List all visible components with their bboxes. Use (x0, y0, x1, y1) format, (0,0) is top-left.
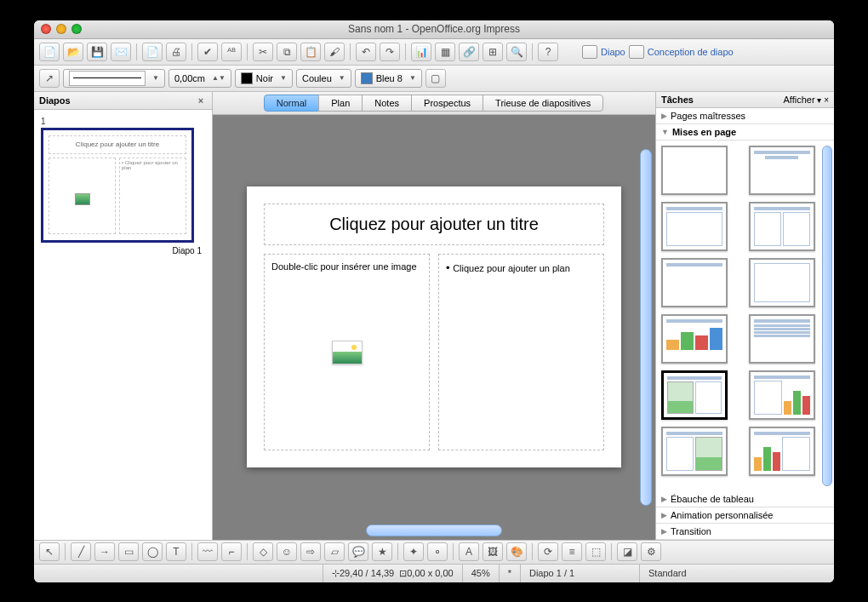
arrow-button[interactable]: ↗ (39, 69, 60, 88)
select-tool[interactable]: ↖ (39, 542, 60, 561)
conception-button[interactable]: Conception de diapo (629, 45, 734, 59)
layout-text-image[interactable] (661, 427, 728, 476)
chevron-right-icon: ▶ (661, 511, 667, 519)
stars-tool[interactable]: ★ (372, 542, 392, 561)
chart-button[interactable]: 📊 (411, 43, 431, 61)
arrow-tool[interactable]: → (94, 542, 115, 561)
slide-canvas[interactable]: Cliquez pour ajouter un titre Double-cli… (213, 115, 655, 540)
undo-button[interactable]: ↶ (356, 43, 376, 61)
basic-shapes-tool[interactable]: ◇ (253, 542, 273, 561)
connector-tool[interactable]: ⌐ (221, 542, 242, 561)
shadow-button[interactable]: ▢ (425, 69, 446, 88)
layout-title-content[interactable] (661, 202, 728, 251)
table-button[interactable]: ▦ (435, 43, 455, 61)
layout-text-chart[interactable] (749, 370, 815, 420)
tab-trieuse[interactable]: Trieuse de diapositives (483, 95, 603, 112)
print-button[interactable]: 🖨 (166, 43, 186, 61)
layout-two-content[interactable] (749, 202, 815, 251)
slides-panel-title: Diapos (39, 95, 71, 106)
layout-image-text[interactable] (661, 370, 728, 420)
view-tabs: Normal Plan Notes Prospectus Trieuse de … (213, 92, 655, 115)
fill-type-combo[interactable]: Couleu▼ (296, 69, 351, 88)
section-ebauche[interactable]: ▶Ébauche de tableau (656, 491, 834, 507)
gallery-tool[interactable]: 🎨 (506, 542, 527, 561)
thumb-outline-box: • Cliquez pour ajouter un plan (119, 158, 186, 234)
thumb-image-box (49, 158, 116, 234)
ellipse-tool[interactable]: ◯ (142, 542, 163, 561)
diapo-button[interactable]: Diapo (582, 45, 625, 59)
save-button[interactable]: 💾 (87, 43, 107, 61)
slide-thumbnail-1[interactable]: Cliquez pour ajouter un titre • Cliquez … (41, 128, 194, 243)
from-file-tool[interactable]: 🖼 (483, 542, 503, 561)
symbol-shapes-tool[interactable]: ☺ (277, 542, 297, 561)
line-tool[interactable]: ╱ (71, 542, 91, 561)
line-style-combo[interactable]: ▼ (63, 69, 165, 88)
tab-normal[interactable]: Normal (264, 95, 319, 112)
layout-chart-text[interactable] (749, 427, 815, 476)
section-mises-en-page[interactable]: ▼Mises en page (656, 124, 834, 140)
horizontal-scrollbar[interactable] (366, 525, 502, 536)
minimize-button[interactable] (56, 24, 66, 34)
rect-tool[interactable]: ▭ (118, 542, 139, 561)
layout-title-only[interactable] (661, 258, 728, 307)
vertical-scrollbar[interactable] (640, 149, 652, 506)
curve-tool[interactable]: 〰 (197, 542, 218, 561)
open-button[interactable]: 📂 (63, 43, 83, 61)
zoom-button[interactable]: 🔍 (506, 43, 527, 61)
close-button[interactable] (41, 24, 51, 34)
slide[interactable]: Cliquez pour ajouter un titre Double-cli… (247, 186, 621, 467)
copy-button[interactable]: ⧉ (277, 43, 297, 61)
spellcheck-button[interactable]: ✔ (197, 43, 218, 61)
layout-chart[interactable] (661, 314, 728, 364)
tab-plan[interactable]: Plan (318, 95, 363, 112)
layout-title[interactable] (749, 146, 815, 195)
layouts-scrollbar[interactable] (822, 146, 832, 486)
title-placeholder[interactable]: Cliquez pour ajouter un titre (264, 204, 604, 245)
status-coords: ⊹ 29,40 / 14,39 ⊡ 0,00 x 0,00 (323, 565, 463, 582)
extrusion-tool[interactable]: ◪ (617, 542, 637, 561)
align-tool[interactable]: ≡ (562, 542, 582, 561)
redo-button[interactable]: ↷ (380, 43, 400, 61)
cut-button[interactable]: ✂ (253, 43, 273, 61)
fill-color-combo[interactable]: Bleu 8▼ (355, 69, 422, 88)
status-zoom[interactable]: 45% (463, 565, 500, 582)
navigator-button[interactable]: ⊞ (483, 43, 503, 61)
layout-blank[interactable] (661, 146, 728, 195)
hyperlink-button[interactable]: 🔗 (459, 43, 479, 61)
interaction-tool[interactable]: ⚙ (641, 542, 661, 561)
layout-content-only[interactable] (749, 258, 815, 307)
autospell-button[interactable]: ᴬᴮ (221, 43, 242, 61)
maximize-button[interactable] (71, 24, 82, 34)
arrange-tool[interactable]: ⬚ (585, 542, 606, 561)
section-pages-maitresses[interactable]: ▶Pages maîtresses (656, 108, 834, 124)
paste-button[interactable]: 📋 (300, 43, 321, 61)
fontwork-tool[interactable]: A (459, 542, 479, 561)
close-panel-icon[interactable]: × (195, 95, 207, 106)
outline-placeholder[interactable]: • Cliquez pour ajouter un plan (438, 254, 604, 450)
section-animation[interactable]: ▶Animation personnalisée (656, 507, 834, 524)
points-tool[interactable]: ✦ (403, 542, 424, 561)
blue-swatch (361, 72, 373, 84)
tab-prospectus[interactable]: Prospectus (411, 95, 483, 112)
section-transition[interactable]: ▶Transition (656, 524, 834, 540)
help-button[interactable]: ? (538, 43, 558, 61)
layout-table[interactable] (749, 314, 815, 364)
slides-panel: Diapos × 1 Cliquez pour ajouter un titre… (34, 92, 213, 540)
new-doc-button[interactable]: 📄 (39, 43, 60, 61)
line-color-combo[interactable]: Noir▼ (235, 69, 293, 88)
line-width-input[interactable]: 0,00cm▲▼ (168, 69, 231, 88)
tab-notes[interactable]: Notes (362, 95, 412, 112)
format-paint-button[interactable]: 🖌 (324, 43, 345, 61)
glue-tool[interactable]: ⚬ (427, 542, 448, 561)
image-placeholder[interactable]: Double-clic pour insérer une image (264, 254, 430, 450)
flowchart-tool[interactable]: ▱ (324, 542, 345, 561)
statusbar: ⊹ 29,40 / 14,39 ⊡ 0,00 x 0,00 45% * Diap… (34, 564, 834, 582)
rotate-tool[interactable]: ⟳ (538, 542, 558, 561)
afficher-menu[interactable]: Afficher ▾ × (784, 95, 830, 105)
text-tool[interactable]: T (166, 542, 186, 561)
callout-tool[interactable]: 💬 (348, 542, 368, 561)
pdf-export-button[interactable]: 📄 (142, 43, 163, 61)
image-hint-text: Double-clic pour insérer une image (271, 261, 417, 272)
block-arrows-tool[interactable]: ⇨ (300, 542, 321, 561)
mail-button[interactable]: ✉️ (111, 43, 131, 61)
